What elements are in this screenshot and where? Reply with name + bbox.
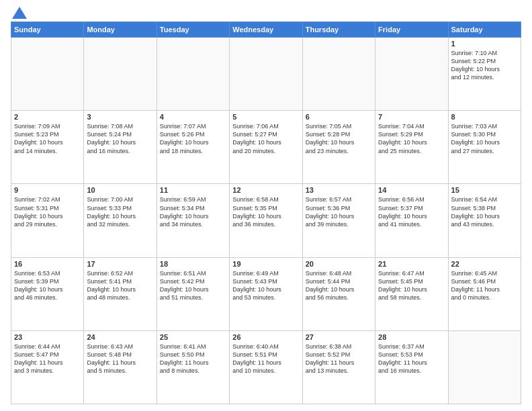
day-cell: 7Sunrise: 7:04 AMSunset: 5:29 PMDaylight… [375,111,448,184]
week-row-4: 16Sunrise: 6:53 AMSunset: 5:39 PMDayligh… [11,257,521,330]
week-row-1: 1Sunrise: 7:10 AMSunset: 5:22 PMDaylight… [11,38,521,111]
day-number: 11 [160,186,226,194]
day-number: 26 [232,333,299,341]
day-number: 9 [14,186,81,194]
day-number: 18 [160,260,226,268]
day-cell [230,38,302,111]
day-info: Sunrise: 6:40 AMSunset: 5:51 PMDaylight:… [232,342,299,375]
day-cell: 23Sunrise: 6:44 AMSunset: 5:47 PMDayligh… [11,330,84,404]
day-number: 10 [87,186,153,194]
day-number: 16 [14,260,81,268]
day-number: 24 [87,333,153,341]
day-cell: 25Sunrise: 6:41 AMSunset: 5:50 PMDayligh… [157,330,229,404]
day-number: 25 [160,333,226,341]
weekday-header-wednesday: Wednesday [230,22,302,38]
day-info: Sunrise: 6:41 AMSunset: 5:50 PMDaylight:… [160,342,226,375]
day-number: 14 [378,186,445,194]
day-info: Sunrise: 6:59 AMSunset: 5:34 PMDaylight:… [160,195,226,228]
day-cell: 4Sunrise: 7:07 AMSunset: 5:26 PMDaylight… [157,111,229,184]
day-cell: 12Sunrise: 6:58 AMSunset: 5:35 PMDayligh… [230,184,302,257]
weekday-row: SundayMondayTuesdayWednesdayThursdayFrid… [11,22,521,38]
day-info: Sunrise: 7:09 AMSunset: 5:23 PMDaylight:… [14,122,81,155]
day-cell: 14Sunrise: 6:56 AMSunset: 5:37 PMDayligh… [375,184,448,257]
day-cell: 16Sunrise: 6:53 AMSunset: 5:39 PMDayligh… [11,257,84,330]
day-info: Sunrise: 6:52 AMSunset: 5:41 PMDaylight:… [87,269,153,302]
day-info: Sunrise: 7:10 AMSunset: 5:22 PMDaylight:… [451,49,518,82]
day-cell: 11Sunrise: 6:59 AMSunset: 5:34 PMDayligh… [157,184,229,257]
day-number: 8 [451,113,518,121]
day-number: 13 [306,186,372,194]
day-cell: 20Sunrise: 6:48 AMSunset: 5:44 PMDayligh… [302,257,375,330]
day-number: 23 [14,333,81,341]
day-cell [84,38,157,111]
day-cell: 2Sunrise: 7:09 AMSunset: 5:23 PMDaylight… [11,111,84,184]
day-info: Sunrise: 6:47 AMSunset: 5:45 PMDaylight:… [378,269,445,302]
logo [11,8,27,16]
day-info: Sunrise: 6:54 AMSunset: 5:38 PMDaylight:… [451,195,518,228]
day-cell [302,38,375,111]
weekday-header-thursday: Thursday [302,22,375,38]
day-number: 1 [451,40,518,48]
day-info: Sunrise: 7:02 AMSunset: 5:31 PMDaylight:… [14,195,81,228]
day-info: Sunrise: 7:07 AMSunset: 5:26 PMDaylight:… [160,122,226,155]
calendar-header: SundayMondayTuesdayWednesdayThursdayFrid… [11,22,521,38]
weekday-header-friday: Friday [375,22,448,38]
day-cell [448,330,521,404]
day-number: 3 [87,113,153,121]
day-number: 20 [306,260,372,268]
day-cell: 13Sunrise: 6:57 AMSunset: 5:36 PMDayligh… [302,184,375,257]
day-cell: 27Sunrise: 6:38 AMSunset: 5:52 PMDayligh… [302,330,375,404]
day-info: Sunrise: 6:37 AMSunset: 5:53 PMDaylight:… [378,342,445,375]
week-row-3: 9Sunrise: 7:02 AMSunset: 5:31 PMDaylight… [11,184,521,257]
weekday-header-tuesday: Tuesday [157,22,229,38]
day-cell [11,38,84,111]
day-cell: 9Sunrise: 7:02 AMSunset: 5:31 PMDaylight… [11,184,84,257]
day-info: Sunrise: 6:57 AMSunset: 5:36 PMDaylight:… [306,195,372,228]
day-info: Sunrise: 6:38 AMSunset: 5:52 PMDaylight:… [306,342,372,375]
svg-marker-0 [12,7,27,19]
day-info: Sunrise: 6:49 AMSunset: 5:43 PMDaylight:… [232,269,299,302]
day-cell: 17Sunrise: 6:52 AMSunset: 5:41 PMDayligh… [84,257,157,330]
day-info: Sunrise: 6:43 AMSunset: 5:48 PMDaylight:… [87,342,153,375]
day-number: 6 [306,113,372,121]
week-row-5: 23Sunrise: 6:44 AMSunset: 5:47 PMDayligh… [11,330,521,404]
day-cell: 8Sunrise: 7:03 AMSunset: 5:30 PMDaylight… [448,111,521,184]
day-info: Sunrise: 6:53 AMSunset: 5:39 PMDaylight:… [14,269,81,302]
day-cell: 1Sunrise: 7:10 AMSunset: 5:22 PMDaylight… [448,38,521,111]
day-info: Sunrise: 6:44 AMSunset: 5:47 PMDaylight:… [14,342,81,375]
day-number: 27 [306,333,372,341]
day-cell: 6Sunrise: 7:05 AMSunset: 5:28 PMDaylight… [302,111,375,184]
day-cell: 5Sunrise: 7:06 AMSunset: 5:27 PMDaylight… [230,111,302,184]
day-number: 17 [87,260,153,268]
day-cell: 21Sunrise: 6:47 AMSunset: 5:45 PMDayligh… [375,257,448,330]
day-number: 19 [232,260,299,268]
calendar-page: SundayMondayTuesdayWednesdayThursdayFrid… [0,0,532,411]
day-info: Sunrise: 7:06 AMSunset: 5:27 PMDaylight:… [232,122,299,155]
day-info: Sunrise: 6:56 AMSunset: 5:37 PMDaylight:… [378,195,445,228]
day-cell: 28Sunrise: 6:37 AMSunset: 5:53 PMDayligh… [375,330,448,404]
day-info: Sunrise: 6:51 AMSunset: 5:42 PMDaylight:… [160,269,226,302]
day-info: Sunrise: 7:03 AMSunset: 5:30 PMDaylight:… [451,122,518,155]
day-cell: 19Sunrise: 6:49 AMSunset: 5:43 PMDayligh… [230,257,302,330]
day-number: 21 [378,260,445,268]
header [11,8,521,16]
day-cell [157,38,229,111]
day-info: Sunrise: 7:05 AMSunset: 5:28 PMDaylight:… [306,122,372,155]
week-row-2: 2Sunrise: 7:09 AMSunset: 5:23 PMDaylight… [11,111,521,184]
day-cell: 26Sunrise: 6:40 AMSunset: 5:51 PMDayligh… [230,330,302,404]
day-info: Sunrise: 7:08 AMSunset: 5:24 PMDaylight:… [87,122,153,155]
calendar-body: 1Sunrise: 7:10 AMSunset: 5:22 PMDaylight… [11,38,521,404]
calendar-table: SundayMondayTuesdayWednesdayThursdayFrid… [11,21,521,404]
day-number: 28 [378,333,445,341]
day-number: 22 [451,260,518,268]
day-cell: 18Sunrise: 6:51 AMSunset: 5:42 PMDayligh… [157,257,229,330]
day-cell: 10Sunrise: 7:00 AMSunset: 5:33 PMDayligh… [84,184,157,257]
weekday-header-monday: Monday [84,22,157,38]
day-number: 4 [160,113,226,121]
weekday-header-sunday: Sunday [11,22,84,38]
day-cell: 15Sunrise: 6:54 AMSunset: 5:38 PMDayligh… [448,184,521,257]
day-cell: 3Sunrise: 7:08 AMSunset: 5:24 PMDaylight… [84,111,157,184]
day-number: 2 [14,113,81,121]
weekday-header-saturday: Saturday [448,22,521,38]
day-info: Sunrise: 7:04 AMSunset: 5:29 PMDaylight:… [378,122,445,155]
